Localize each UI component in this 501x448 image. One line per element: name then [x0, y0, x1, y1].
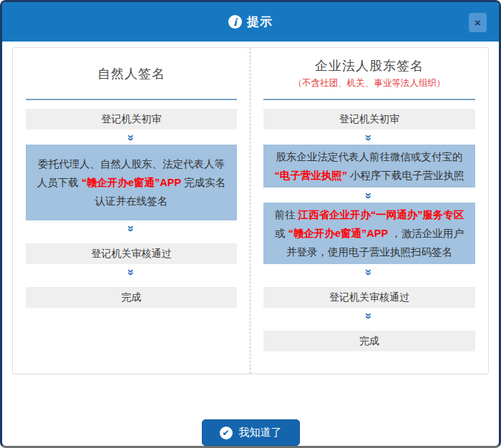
column-subtitle: （不含社团、机关、事业等法人组织）	[293, 77, 446, 89]
flow-connector: »	[263, 308, 475, 322]
double-chevron-down-icon: »	[364, 193, 376, 198]
info-circle-icon: i	[228, 15, 242, 29]
step-text: 或	[275, 228, 288, 239]
step-text-emphasis: “电子营业执照”	[274, 170, 347, 181]
flow-connector: »	[26, 265, 237, 278]
column-corporate-shareholder: 企业法人股东签名 （不含社团、机关、事业等法人组织） 登记机关初审 » 股东企业…	[250, 48, 488, 374]
step-complete: 完成	[26, 287, 237, 308]
step-complete: 完成	[263, 331, 475, 351]
flow-connector: »	[263, 188, 475, 202]
close-icon: ×	[475, 17, 481, 28]
step-text-emphasis: 江西省企业开办“一网通办”服务专区	[298, 209, 464, 220]
step-text: 前往	[274, 209, 298, 220]
step-activate-and-scan-sign: 前往 江西省企业开办“一网通办”服务专区 或 “赣企开办e窗通”APP ，激活企…	[263, 203, 475, 264]
flowchart-panel: 自然人签名 登记机关初审 » 委托代理人、自然人股东、法定代表人等人员下载 “赣…	[12, 47, 489, 374]
close-button[interactable]: ×	[469, 13, 487, 32]
column-title: 自然人签名	[97, 65, 165, 82]
column-natural-person: 自然人签名 登记机关初审 » 委托代理人、自然人股东、法定代表人等人员下载 “赣…	[13, 48, 250, 374]
modal-body: 自然人签名 登记机关初审 » 委托代理人、自然人股东、法定代表人等人员下载 “赣…	[2, 42, 499, 408]
column-corporate-shareholder-header: 企业法人股东签名 （不含社团、机关、事业等法人组织）	[263, 48, 475, 100]
step-text-emphasis: “赣企开办e窗通”APP	[288, 228, 388, 239]
flow-connector: »	[263, 265, 475, 278]
double-chevron-down-icon: »	[364, 135, 376, 140]
step-download-app-sign: 委托代理人、自然人股东、法定代表人等人员下载 “赣企开办e窗通”APP 完成实名…	[26, 145, 237, 220]
step-text: 股东企业法定代表人前往微信或支付宝的	[276, 151, 463, 162]
double-chevron-down-icon: »	[125, 269, 137, 274]
step-download-license: 股东企业法定代表人前往微信或支付宝的 “电子营业执照” 小程序下载电子营业执照	[263, 145, 475, 188]
confirm-button[interactable]: ✔ 我知道了	[202, 419, 300, 446]
flow-connector: »	[26, 130, 237, 144]
notice-modal: i 提示 × 自然人签名 登记机关初审 » 委托代理人、自然人股东、法定代表人等…	[0, 0, 501, 448]
double-chevron-down-icon: »	[125, 225, 137, 230]
column-natural-person-header: 自然人签名	[26, 48, 237, 100]
confirm-button-label: 我知道了	[239, 426, 282, 439]
step-review-passed: 登记机关审核通过	[26, 243, 237, 264]
flow-connector: »	[263, 130, 475, 144]
step-text-emphasis: “赣企开办e窗通”APP	[82, 177, 181, 188]
step-text: 小程序下载电子营业执照	[347, 170, 464, 181]
modal-footer: ✔ 我知道了	[2, 408, 499, 446]
modal-header: i 提示 ×	[2, 2, 499, 42]
step-initial-review: 登记机关初审	[26, 109, 237, 130]
double-chevron-down-icon: »	[364, 269, 376, 274]
column-title: 企业法人股东签名	[315, 57, 424, 74]
double-chevron-down-icon: »	[125, 135, 137, 140]
flow-connector: »	[26, 221, 237, 235]
step-initial-review: 登记机关初审	[263, 109, 475, 130]
double-chevron-down-icon: »	[364, 313, 376, 318]
modal-title-group: i 提示	[228, 14, 273, 30]
modal-title: 提示	[247, 14, 273, 30]
check-circle-icon: ✔	[220, 427, 233, 439]
step-review-passed: 登记机关审核通过	[263, 287, 475, 308]
